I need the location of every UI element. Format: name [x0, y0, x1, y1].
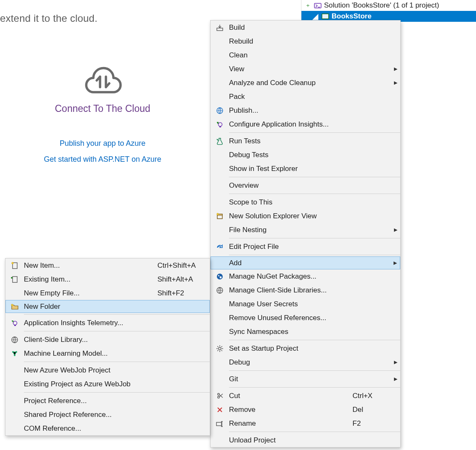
- project-label: BooksStore: [332, 12, 371, 21]
- nuget-icon: [211, 273, 229, 280]
- submenu-existing-azure-webjob[interactable]: Existing Project as Azure WebJob: [5, 377, 210, 391]
- menu-sync-namespaces-label: Sync Namespaces: [229, 328, 352, 336]
- submenu-new-azure-webjob[interactable]: New Azure WebJob Project: [5, 363, 210, 377]
- menu-separator: [229, 238, 400, 238]
- solution-node[interactable]: ＋ Solution 'BooksStore' (1 of 1 project): [301, 0, 476, 11]
- submenu-arrow-icon: ▶: [391, 376, 400, 382]
- svg-rect-16: [216, 422, 221, 426]
- submenu-new-item-label: New Item...: [24, 261, 157, 270]
- svg-point-13: [219, 347, 221, 350]
- bulb-icon: [5, 319, 24, 327]
- expand-plus-icon[interactable]: ＋: [304, 2, 311, 9]
- menu-file-nesting[interactable]: File Nesting▶: [211, 223, 400, 237]
- menu-separator: [24, 314, 210, 315]
- menu-file-nesting-label: File Nesting: [229, 226, 352, 234]
- submenu-new-empty-file[interactable]: New Empty File... Shift+F2: [5, 286, 210, 300]
- menu-git[interactable]: Git▶: [211, 372, 400, 386]
- svg-point-10: [218, 275, 219, 276]
- menu-separator: [229, 132, 400, 133]
- add-submenu: New Item... Ctrl+Shift+A Existing Item..…: [5, 258, 210, 436]
- menu-analyze[interactable]: Analyze and Code Cleanup▶: [211, 76, 400, 90]
- overview-subheading: extend it to the cloud.: [0, 13, 98, 24]
- menu-edit-project-file-label: Edit Project File: [229, 243, 352, 251]
- publish-azure-link[interactable]: Publish your app to Azure: [36, 135, 170, 151]
- svg-point-18: [12, 262, 13, 264]
- submenu-arrow-icon: ▶: [391, 80, 400, 85]
- menu-debug-tests[interactable]: Debug Tests: [211, 148, 400, 162]
- submenu-existing-azure-webjob-label: Existing Project as Azure WebJob: [24, 380, 157, 388]
- csproj-icon: [322, 13, 329, 20]
- menu-run-tests[interactable]: Run Tests: [211, 134, 400, 148]
- collapse-icon[interactable]: ◢: [311, 12, 319, 21]
- submenu-new-empty-file-shortcut: Shift+F2: [157, 289, 210, 297]
- menu-clean[interactable]: Clean: [211, 48, 400, 62]
- menu-debug[interactable]: Debug▶: [211, 355, 400, 369]
- menu-manage-client-libs[interactable]: Manage Client-Side Libraries...: [211, 283, 400, 297]
- new-item-icon: [5, 262, 24, 269]
- submenu-client-side-library[interactable]: Client-Side Library...: [5, 333, 210, 347]
- submenu-new-folder-label: New Folder: [24, 303, 157, 311]
- menu-cut[interactable]: Cut Ctrl+X: [211, 389, 400, 403]
- menu-manage-user-secrets-label: Manage User Secrets: [229, 300, 352, 308]
- submenu-existing-item-label: Existing Item...: [24, 275, 157, 284]
- menu-new-solution-explorer-view[interactable]: New Solution Explorer View: [211, 209, 400, 223]
- menu-unload-project[interactable]: Unload Project: [211, 433, 400, 447]
- menu-manage-user-secrets[interactable]: Manage User Secrets: [211, 297, 400, 311]
- menu-new-solution-explorer-view-label: New Solution Explorer View: [229, 212, 352, 220]
- submenu-new-item[interactable]: New Item... Ctrl+Shift+A: [5, 259, 210, 272]
- cloud-icon: [83, 63, 122, 96]
- menu-pack-label: Pack: [229, 93, 352, 101]
- menu-scope-to-this[interactable]: Scope to This: [211, 195, 400, 209]
- submenu-arrow-icon: ▶: [391, 227, 400, 233]
- svg-point-20: [11, 304, 13, 305]
- menu-sync-namespaces[interactable]: Sync Namespaces: [211, 325, 400, 339]
- menu-add[interactable]: Add ▶: [211, 256, 400, 269]
- submenu-ml-model[interactable]: Machine Learning Model...: [5, 347, 210, 360]
- submenu-arrow-icon: ▶: [391, 260, 400, 266]
- submenu-app-insights-telemetry[interactable]: Application Insights Telemetry...: [5, 316, 210, 330]
- submenu-existing-item[interactable]: Existing Item... Shift+Alt+A: [5, 272, 210, 286]
- menu-config-insights[interactable]: Configure Application Insights...: [211, 117, 400, 131]
- get-started-aspnet-link[interactable]: Get started with ASP.NET on Azure: [36, 151, 170, 167]
- new-folder-icon: [6, 303, 24, 310]
- menu-publish[interactable]: Publish...: [211, 103, 400, 117]
- menu-remove[interactable]: Remove Del: [211, 403, 400, 416]
- menu-separator: [229, 255, 400, 255]
- menu-manage-nuget[interactable]: Manage NuGet Packages...: [211, 269, 400, 283]
- submenu-client-side-library-label: Client-Side Library...: [24, 336, 157, 344]
- flask-icon: [211, 137, 229, 145]
- menu-build[interactable]: Build: [211, 21, 400, 34]
- menu-cut-label: Cut: [229, 392, 352, 400]
- submenu-new-empty-file-label: New Empty File...: [24, 289, 157, 297]
- menu-remove-unused-refs[interactable]: Remove Unused References...: [211, 311, 400, 325]
- menu-show-test-explorer[interactable]: Show in Test Explorer: [211, 162, 400, 176]
- scissors-icon: [211, 392, 229, 399]
- submenu-ml-model-label: Machine Learning Model...: [24, 349, 157, 358]
- menu-rename[interactable]: Rename F2: [211, 416, 400, 430]
- menu-edit-project-file[interactable]: Edit Project File: [211, 240, 400, 253]
- menu-overview[interactable]: Overview: [211, 178, 400, 192]
- menu-pack[interactable]: Pack: [211, 90, 400, 103]
- menu-rename-label: Rename: [229, 419, 352, 428]
- submenu-shared-project-reference[interactable]: Shared Project Reference...: [5, 408, 210, 422]
- menu-set-startup[interactable]: Set as Startup Project: [211, 341, 400, 355]
- menu-view[interactable]: View▶: [211, 62, 400, 76]
- menu-add-label: Add: [229, 259, 352, 267]
- submenu-project-reference-label: Project Reference...: [24, 397, 157, 405]
- menu-separator: [229, 194, 400, 194]
- submenu-project-reference[interactable]: Project Reference...: [5, 394, 210, 408]
- submenu-app-insights-telemetry-label: Application Insights Telemetry...: [24, 319, 157, 327]
- submenu-existing-item-shortcut: Shift+Alt+A: [157, 275, 210, 284]
- submenu-com-reference[interactable]: COM Reference...: [5, 422, 210, 435]
- svg-point-11: [220, 276, 222, 278]
- menu-separator: [24, 392, 210, 393]
- build-icon: [211, 24, 229, 31]
- submenu-new-folder[interactable]: New Folder: [5, 300, 210, 313]
- delete-icon: [211, 406, 229, 413]
- menu-separator: [229, 370, 400, 371]
- globe-icon: [211, 107, 229, 114]
- menu-analyze-label: Analyze and Code Cleanup: [229, 79, 352, 87]
- menu-rebuild-label: Rebuild: [229, 37, 352, 46]
- menu-git-label: Git: [229, 375, 352, 383]
- menu-rebuild[interactable]: Rebuild: [211, 34, 400, 48]
